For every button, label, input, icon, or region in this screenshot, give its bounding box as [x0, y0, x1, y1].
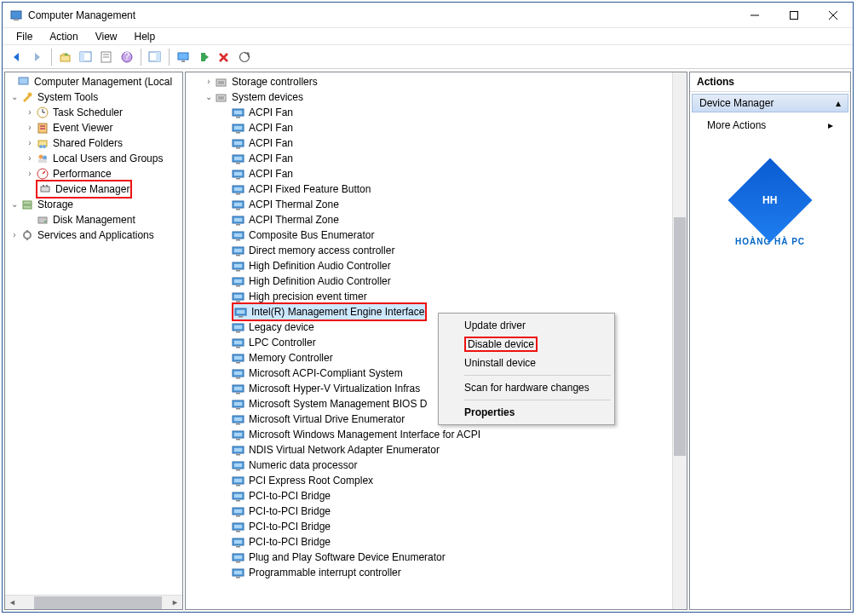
svg-rect-110	[234, 402, 242, 406]
tree-item[interactable]: Numeric data processor	[186, 458, 672, 473]
tree-item[interactable]: ACPI Fixed Feature Button	[186, 181, 672, 197]
svg-rect-49	[218, 81, 224, 84]
device-icon	[232, 106, 245, 119]
device-icon	[232, 182, 245, 196]
svg-rect-81	[236, 255, 240, 256]
tree-shared-folders[interactable]: Shared Folders	[53, 135, 123, 151]
svg-rect-69	[236, 193, 240, 195]
context-menu-item[interactable]: Properties	[440, 403, 613, 422]
tree-item[interactable]: Direct memory access controller	[186, 243, 672, 258]
svg-rect-140	[234, 556, 242, 559]
close-button[interactable]	[814, 3, 853, 27]
up-button[interactable]	[56, 48, 75, 66]
menu-action[interactable]: Action	[43, 29, 84, 44]
svg-rect-144	[236, 577, 240, 579]
tree-item[interactable]: ACPI Fan	[186, 120, 672, 135]
tree-item[interactable]: ACPI Thermal Zone	[186, 212, 672, 227]
svg-rect-51	[218, 96, 224, 100]
menu-help[interactable]: Help	[128, 29, 163, 44]
menubar: File Action View Help	[3, 28, 853, 45]
tools-icon	[20, 90, 34, 104]
window-controls	[735, 3, 853, 27]
device-icon	[232, 136, 245, 150]
device-icon	[232, 397, 245, 411]
tree-storage[interactable]: Storage	[37, 197, 73, 212]
context-menu-item[interactable]: Uninstall device	[440, 354, 613, 372]
svg-rect-111	[236, 408, 240, 410]
tree-item[interactable]: NDIS Virtual Network Adapter Enumerator	[186, 442, 672, 458]
menu-view[interactable]: View	[89, 29, 124, 44]
back-button[interactable]	[8, 48, 26, 66]
tree-item[interactable]: Microsoft Windows Management Interface f…	[186, 427, 672, 442]
tree-item[interactable]: ACPI Fan	[186, 151, 672, 166]
tree-item[interactable]: ACPI Fan	[186, 135, 672, 151]
svg-rect-17	[181, 60, 185, 62]
scan-hardware-button[interactable]	[235, 48, 254, 66]
shared-folder-icon	[36, 136, 49, 150]
svg-rect-40	[46, 185, 48, 187]
tree-event-viewer[interactable]: Event Viewer	[53, 120, 112, 135]
svg-rect-113	[234, 417, 242, 421]
svg-rect-129	[236, 500, 240, 502]
tree-root[interactable]: Computer Management (Local	[34, 74, 172, 89]
tree-item[interactable]: Programmable interrupt controller	[186, 565, 672, 580]
svg-rect-107	[234, 387, 242, 390]
tree-task-scheduler[interactable]: Task Scheduler	[53, 105, 123, 120]
tree-device-manager[interactable]: Device Manager	[55, 181, 129, 197]
menu-file[interactable]: File	[9, 29, 39, 44]
show-hide-tree-button[interactable]	[77, 48, 95, 66]
actions-section[interactable]: Device Manager ▴	[692, 94, 848, 112]
context-menu-item[interactable]: Scan for hardware changes	[440, 378, 613, 397]
context-menu-item[interactable]: Update driver	[440, 316, 613, 335]
tree-item[interactable]: Plug and Play Software Device Enumerator	[186, 550, 672, 565]
svg-rect-0	[11, 11, 21, 19]
tree-item[interactable]: High Definition Audio Controller	[186, 273, 672, 289]
show-hide-action-pane-button[interactable]	[146, 48, 164, 66]
svg-rect-125	[234, 479, 242, 482]
device-icon	[232, 412, 245, 426]
minimize-button[interactable]	[735, 3, 774, 27]
properties-button[interactable]	[97, 48, 116, 66]
more-actions-item[interactable]: More Actions ▸	[690, 114, 850, 136]
left-horizontal-scrollbar[interactable]: ◄►	[5, 595, 182, 609]
tree-item[interactable]: ⌄System devices	[186, 89, 672, 105]
tree-item[interactable]: ACPI Fan	[186, 166, 672, 181]
device-icon	[232, 504, 245, 518]
svg-rect-3	[791, 11, 798, 19]
context-menu: Update driverDisable deviceUninstall dev…	[438, 313, 615, 425]
svg-rect-74	[234, 218, 242, 222]
vertical-scrollbar[interactable]	[672, 72, 687, 609]
tree-item[interactable]: Composite Bus Enumerator	[186, 227, 672, 243]
tree-item[interactable]: PCI-to-PCI Bridge	[186, 534, 672, 550]
device-icon	[232, 566, 245, 579]
tree-services[interactable]: Services and Applications	[37, 227, 154, 243]
tree-disk-mgmt[interactable]: Disk Management	[53, 212, 135, 227]
svg-rect-83	[234, 264, 242, 268]
device-icon	[232, 336, 245, 349]
svg-rect-117	[236, 439, 240, 440]
device-icon	[232, 520, 245, 533]
tree-item[interactable]: PCI Express Root Complex	[186, 473, 672, 488]
svg-text:?: ?	[124, 51, 130, 62]
tree-item[interactable]: PCI-to-PCI Bridge	[186, 519, 672, 534]
tree-item[interactable]: PCI-to-PCI Bridge	[186, 488, 672, 504]
tree-systools[interactable]: System Tools	[37, 89, 98, 105]
forward-button[interactable]	[28, 48, 47, 66]
help-button[interactable]: ?	[118, 48, 136, 66]
monitor-icon[interactable]	[174, 48, 193, 66]
svg-point-31	[39, 145, 43, 148]
tree-local-users[interactable]: Local Users and Groups	[53, 151, 163, 166]
svg-rect-16	[178, 53, 188, 60]
tree-item[interactable]: ›Storage controllers	[186, 74, 672, 89]
tree-item[interactable]: ACPI Fan	[186, 105, 672, 120]
maximize-button[interactable]	[774, 3, 814, 27]
context-menu-item[interactable]: Disable device	[440, 335, 613, 354]
enable-device-button[interactable]	[194, 48, 213, 66]
tree-item[interactable]: High Definition Audio Controller	[186, 258, 672, 273]
tree-item[interactable]: ACPI Thermal Zone	[186, 197, 672, 212]
svg-rect-1	[14, 20, 19, 20]
uninstall-device-button[interactable]	[215, 48, 233, 66]
svg-rect-141	[236, 561, 240, 563]
tree-item[interactable]: PCI-to-PCI Bridge	[186, 504, 672, 519]
navigation-tree[interactable]: ▾Computer Management (Local ⌄System Tool…	[5, 72, 182, 245]
